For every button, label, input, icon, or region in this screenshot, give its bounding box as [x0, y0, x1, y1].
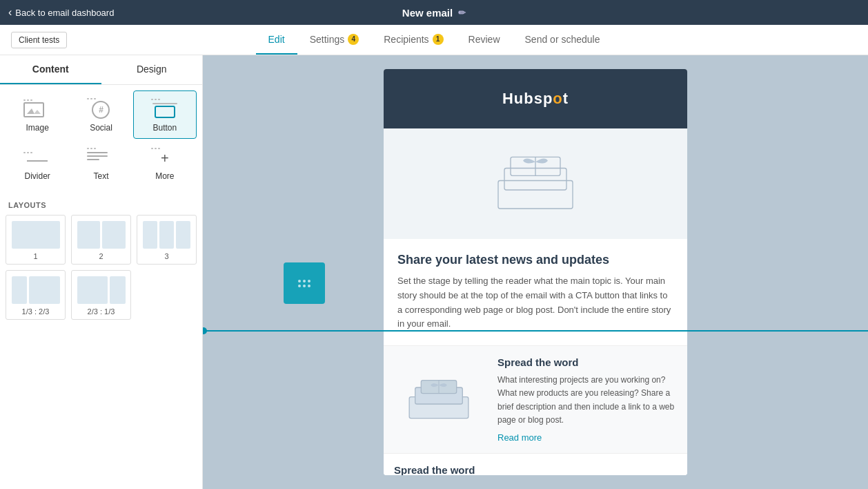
package-svg-2 [397, 372, 480, 428]
email-illustration-1 [384, 128, 687, 239]
email-section-1: Share your latest news and updates Set t… [384, 128, 687, 345]
block-text[interactable]: Text [69, 139, 132, 187]
text-icon-wrapper [87, 146, 115, 167]
layout-2-preview [77, 221, 126, 249]
content-blocks-grid: Image # Social [0, 85, 202, 193]
button-icon-wrapper [151, 98, 179, 119]
layouts-section-title: LAYOUTS [0, 193, 202, 215]
email-preview: Hubspot [384, 69, 687, 475]
nav-tabs: Edit Settings 4 Recipients 1 Review Send… [256, 25, 613, 55]
email-title: New email [402, 7, 453, 19]
main-layout: Content Design Image [0, 55, 868, 489]
image-icon-wrapper [23, 98, 51, 119]
layout-1[interactable]: 1 [6, 215, 66, 265]
button-icon [155, 106, 175, 118]
layout-2-3-1-3-preview [77, 276, 126, 304]
read-more-link[interactable]: Read more [497, 432, 677, 443]
drop-indicator [203, 330, 868, 332]
canvas-area[interactable]: Hubspot [203, 55, 868, 489]
top-bar: Back to email dashboard New email ✏ [0, 0, 868, 25]
tab-settings[interactable]: Settings 4 [297, 25, 372, 55]
layout-2-3-1-3[interactable]: 2/3 : 1/3 [71, 270, 131, 320]
panel-tab-content[interactable]: Content [0, 55, 101, 84]
block-social-label: Social [90, 123, 112, 133]
client-tests-button[interactable]: Client tests [11, 32, 67, 48]
panel-tabs: Content Design [0, 55, 202, 85]
settings-badge: 4 [348, 34, 359, 45]
recipients-badge: 1 [433, 34, 444, 45]
back-link[interactable]: Back to email dashboard [8, 6, 114, 19]
image-icon [23, 102, 44, 117]
email-section-3: Spread the word [384, 453, 687, 475]
more-icon: + [161, 151, 169, 166]
nav-bar: Client tests Edit Settings 4 Recipients … [0, 25, 868, 55]
section-2-body: What interesting projects are you workin… [497, 374, 677, 427]
section-2-heading: Spread the word [497, 356, 677, 368]
email-header: Hubspot [384, 69, 687, 128]
section-3-heading: Spread the word [384, 454, 687, 475]
block-more-label: More [155, 171, 174, 181]
block-social[interactable]: # Social [69, 90, 132, 139]
divider-icon-wrapper [23, 146, 51, 167]
block-more[interactable]: + More [133, 139, 197, 187]
email-section-2: Spread the word What interesting project… [384, 345, 687, 453]
layout-1-label: 1 [33, 252, 37, 260]
layout-2-3-1-3-label: 2/3 : 1/3 [88, 307, 115, 316]
divider-icon [27, 160, 48, 162]
block-image[interactable]: Image [6, 90, 69, 139]
layouts-grid: 1 2 3 [0, 215, 202, 325]
panel-tab-design[interactable]: Design [101, 55, 203, 84]
layout-1-3-2-3[interactable]: 1/3 : 2/3 [6, 270, 66, 320]
layout-3-preview [143, 221, 191, 249]
block-button-label: Button [152, 123, 177, 133]
text-icon [87, 151, 108, 166]
layout-2-label: 2 [99, 252, 103, 260]
layout-1-3-2-3-label: 1/3 : 2/3 [22, 307, 50, 316]
layout-1-preview [12, 221, 60, 249]
block-divider[interactable]: Divider [6, 139, 69, 187]
email-col-text-2: Spread the word What interesting project… [494, 346, 687, 453]
layout-2[interactable]: 2 [71, 215, 131, 265]
svg-rect-0 [498, 181, 573, 209]
section-1-heading: Share your latest news and updates [397, 253, 673, 267]
social-icon-wrapper: # [87, 98, 115, 119]
hubspot-logo: Hubspot [502, 90, 569, 108]
social-icon: # [92, 101, 110, 119]
drag-element-inner [298, 280, 310, 287]
layout-3-label: 3 [164, 252, 168, 260]
package-svg-1 [473, 142, 598, 225]
email-col-img-2 [384, 346, 494, 453]
section-1-body: Set the stage by telling the reader what… [397, 274, 673, 332]
left-panel: Content Design Image [0, 55, 203, 489]
tab-edit[interactable]: Edit [256, 25, 297, 55]
block-text-label: Text [93, 171, 108, 181]
dragging-block[interactable] [284, 262, 325, 304]
top-bar-title: New email ✏ [402, 7, 466, 19]
tab-review[interactable]: Review [456, 25, 513, 55]
tab-recipients[interactable]: Recipients 1 [371, 25, 455, 55]
more-icon-wrapper: + [151, 146, 179, 167]
layout-3[interactable]: 3 [137, 215, 197, 265]
block-divider-label: Divider [24, 171, 50, 181]
block-image-label: Image [26, 123, 48, 133]
block-button[interactable]: Button [133, 90, 197, 139]
drop-indicator-dot [203, 327, 207, 334]
tab-send-schedule[interactable]: Send or schedule [513, 25, 613, 55]
layout-1-3-2-3-preview [12, 276, 60, 304]
edit-icon[interactable]: ✏ [458, 8, 466, 18]
